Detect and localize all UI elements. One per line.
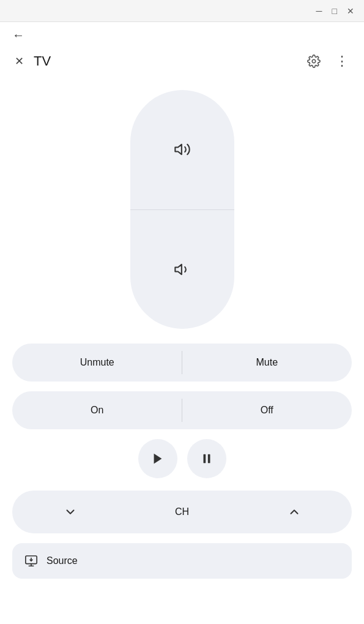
unmute-button[interactable]: Unmute — [12, 344, 182, 382]
svg-marker-2 — [175, 265, 182, 274]
gear-icon — [307, 55, 321, 68]
window-chrome: ─ □ ✕ — [0, 0, 364, 22]
back-button[interactable]: ← — [10, 26, 27, 45]
svg-rect-5 — [207, 454, 210, 464]
mute-row: Unmute Mute — [12, 344, 352, 382]
svg-marker-1 — [175, 145, 182, 154]
header: ✕ TV ⋮ — [0, 45, 364, 78]
svg-rect-4 — [203, 454, 206, 464]
svg-marker-3 — [154, 454, 162, 464]
more-icon: ⋮ — [335, 53, 349, 69]
maximize-button[interactable]: □ — [332, 6, 337, 16]
svg-point-0 — [312, 59, 316, 63]
power-row: On Off — [12, 391, 352, 429]
mute-button[interactable]: Mute — [182, 344, 352, 382]
channel-up-button[interactable] — [236, 502, 352, 522]
close-window-button[interactable]: ✕ — [347, 6, 354, 16]
header-actions: ⋮ — [305, 51, 352, 72]
close-button[interactable]: ✕ — [12, 52, 26, 70]
off-button[interactable]: Off — [182, 391, 352, 429]
channel-row: CH — [12, 491, 352, 533]
pause-icon — [200, 452, 214, 465]
volume-section — [0, 90, 364, 329]
chevron-down-icon — [64, 505, 77, 519]
play-button[interactable] — [138, 439, 177, 478]
play-pause-row — [12, 439, 352, 478]
channel-label: CH — [128, 506, 236, 517]
volume-pill — [130, 90, 234, 329]
back-row: ← — [0, 22, 364, 45]
source-button[interactable]: Source — [12, 543, 352, 579]
volume-down-icon — [174, 261, 191, 278]
settings-button[interactable] — [305, 52, 323, 70]
chevron-up-icon — [288, 505, 301, 519]
channel-down-button[interactable] — [12, 502, 128, 522]
minimize-button[interactable]: ─ — [316, 6, 322, 16]
volume-down-button[interactable] — [130, 210, 234, 329]
volume-up-button[interactable] — [130, 90, 234, 210]
pause-button[interactable] — [187, 439, 226, 478]
source-label: Source — [46, 555, 78, 566]
volume-up-icon — [174, 141, 191, 158]
page-title: TV — [34, 53, 51, 69]
source-icon — [24, 554, 38, 568]
more-button[interactable]: ⋮ — [333, 51, 352, 72]
play-icon — [151, 452, 165, 465]
on-button[interactable]: On — [12, 391, 182, 429]
